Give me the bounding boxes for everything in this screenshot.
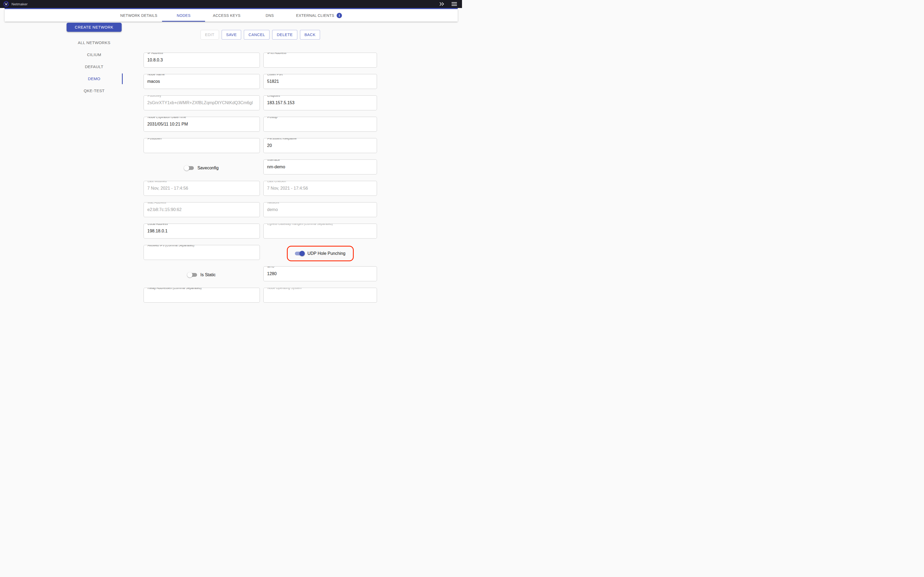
last-modified-field: Last Modified 7 Nov, 2021 - 17:4:56 — [144, 181, 260, 196]
selected-network-indicator — [122, 73, 123, 84]
create-network-button[interactable]: CREATE NETWORK — [66, 23, 122, 32]
save-button[interactable]: SAVE — [221, 30, 241, 40]
node-expiration-value: 2031/05/11 10:21 PM — [147, 122, 188, 127]
tab-bar: NETWORK DETAILS NODES ACCESS KEYS DNS EX… — [5, 9, 458, 22]
network-label: Network — [266, 202, 281, 205]
interface-field[interactable]: Interface nm-demo — [263, 160, 377, 174]
local-address-value: 198.18.0.1 — [147, 229, 168, 234]
sidebar-item-demo[interactable]: DEMO — [66, 73, 123, 85]
switch-thumb — [184, 165, 189, 171]
sidebar-item-cilium-label: CILIUM — [87, 52, 101, 57]
publickey-value: 2sGnrXTY1xb+cWMR+ZXfBLZqmpDtYCNtKdQ3Cm6g… — [147, 100, 253, 105]
mtu-field[interactable]: MTU 1280 — [263, 266, 377, 281]
delete-button[interactable]: DELETE — [272, 30, 297, 40]
node-name-field[interactable]: Node Name macos — [144, 74, 260, 89]
network-sidebar: CREATE NETWORK ALL NETWORKS CILIUM DEFAU… — [66, 23, 123, 97]
listen-port-field[interactable]: Listen Port 51821 — [263, 74, 377, 89]
sidebar-item-all-networks[interactable]: ALL NETWORKS — [66, 37, 123, 48]
network-field: Network demo — [263, 202, 377, 217]
sidebar-item-default[interactable]: DEFAULT — [66, 61, 123, 73]
udp-hole-punching-highlight: UDP Hole Punching — [287, 246, 354, 261]
ip-address-field[interactable]: IP Address 10.8.0.3 — [144, 53, 260, 68]
endpoint-field[interactable]: Endpoint 183.157.5.153 — [263, 95, 377, 110]
tab-dns[interactable]: DNS — [248, 9, 291, 22]
app-bar: Netmaker — [0, 0, 462, 8]
sidebar-item-qke-test-label: QKE-TEST — [84, 89, 105, 93]
persistent-keepalive-label: Persistent Keepalive — [266, 138, 298, 140]
node-name-label: Node Name — [146, 74, 166, 76]
sidebar-item-cilium[interactable]: CILIUM — [66, 48, 123, 61]
is-static-switch[interactable] — [188, 272, 197, 277]
back-button[interactable]: BACK — [300, 30, 320, 40]
sidebar-item-qke-test[interactable]: QKE-TEST — [66, 85, 123, 97]
node-action-buttons: EDIT SAVE CANCEL DELETE BACK — [144, 30, 377, 40]
publickey-label: Publickey — [146, 95, 163, 97]
last-checkin-label: Last Checkin — [266, 181, 287, 183]
is-static-label: Is Static — [200, 272, 216, 277]
mac-address-field: Mac Address e2:b8:7c:15:90:62 — [144, 202, 260, 217]
sidebar-item-demo-label: DEMO — [88, 76, 100, 81]
udp-hole-punching-switch[interactable] — [295, 251, 304, 256]
interface-value: nm-demo — [267, 164, 285, 169]
sidebar-item-all-networks-label: ALL NETWORKS — [78, 40, 110, 45]
local-address-label: Local Address — [146, 224, 169, 226]
saveconfig-label: Saveconfig — [197, 166, 218, 171]
udp-hole-punching-cell: UDP Hole Punching — [263, 243, 377, 264]
ipv6-address-field[interactable]: IPv6 Address — [263, 53, 377, 68]
tab-network-details[interactable]: NETWORK DETAILS — [115, 9, 162, 22]
tab-nodes[interactable]: NODES — [162, 9, 205, 22]
postup-label: Postup — [266, 117, 279, 119]
double-chevron-right-icon[interactable] — [439, 1, 445, 7]
postup-field[interactable]: Postup — [263, 117, 377, 132]
tab-access-keys-label: ACCESS KEYS — [213, 13, 241, 18]
switch-thumb — [299, 251, 305, 256]
local-address-field[interactable]: Local Address 198.18.0.1 — [144, 224, 260, 239]
interface-label: Interface — [266, 160, 281, 162]
endpoint-label: Endpoint — [266, 95, 281, 97]
last-modified-value: 7 Nov, 2021 - 17:4:56 — [147, 186, 188, 191]
mac-address-value: e2:b8:7c:15:90:62 — [147, 207, 181, 212]
tab-access-keys[interactable]: ACCESS KEYS — [205, 9, 248, 22]
saveconfig-toggle-cell: Saveconfig — [144, 157, 260, 179]
app-title: Netmaker — [11, 2, 27, 6]
allowed-ips-field[interactable]: Allowed IPs (Comma Separated) — [144, 245, 260, 260]
ip-address-value: 10.8.0.3 — [147, 58, 163, 63]
cancel-button[interactable]: CANCEL — [244, 30, 270, 40]
postdown-field[interactable]: Postdown — [144, 138, 260, 153]
postdown-label: Postdown — [146, 138, 163, 140]
app-bar-actions — [439, 1, 459, 7]
tab-dns-label: DNS — [266, 13, 274, 18]
tab-external-clients-label: EXTERNAL CLIENTS — [296, 13, 334, 18]
listen-port-label: Listen Port — [266, 74, 284, 76]
last-checkin-field: Last Checkin 7 Nov, 2021 - 17:4:56 — [263, 181, 377, 196]
egress-gateway-ranges-label: Egress Gateway Ranges (Comma Separated) — [266, 224, 334, 226]
mtu-label: MTU — [266, 266, 276, 269]
saveconfig-switch[interactable] — [185, 165, 194, 171]
relay-addresses-field[interactable]: Relay Addresses (Comma Separated) — [144, 288, 260, 288]
publickey-field: Publickey 2sGnrXTY1xb+cWMR+ZXfBLZqmpDtYC… — [144, 95, 260, 110]
node-operating-system-label: Node Operating System — [266, 288, 303, 288]
node-details-form: IP Address 10.8.0.3 IPv6 Address Node Na… — [144, 50, 377, 288]
accent-strip — [5, 8, 458, 9]
egress-gateway-ranges-field: Egress Gateway Ranges (Comma Separated) — [263, 224, 377, 239]
persistent-keepalive-field[interactable]: Persistent Keepalive 20 — [263, 138, 377, 153]
switch-thumb — [187, 272, 192, 277]
node-name-value: macos — [147, 79, 160, 84]
last-checkin-value: 7 Nov, 2021 - 17:4:56 — [267, 186, 308, 191]
edit-button: EDIT — [200, 30, 219, 40]
persistent-keepalive-value: 20 — [267, 143, 272, 148]
allowed-ips-label: Allowed IPs (Comma Separated) — [146, 245, 196, 247]
tab-external-clients[interactable]: EXTERNAL CLIENTS i — [291, 9, 347, 22]
udp-hole-punching-label: UDP Hole Punching — [307, 251, 346, 256]
node-operating-system-field: Node Operating System — [263, 288, 377, 288]
relay-addresses-label: Relay Addresses (Comma Separated) — [146, 288, 203, 288]
hamburger-menu-icon[interactable] — [451, 1, 457, 7]
tab-nodes-label: NODES — [177, 13, 191, 18]
is-static-toggle-cell: Is Static — [144, 264, 260, 285]
sidebar-item-default-label: DEFAULT — [85, 64, 103, 69]
listen-port-value: 51821 — [267, 79, 279, 84]
info-icon[interactable]: i — [337, 13, 342, 18]
node-expiration-field[interactable]: Node Expiration Date/Time 2031/05/11 10:… — [144, 117, 260, 132]
endpoint-value: 183.157.5.153 — [267, 100, 294, 105]
tab-network-details-label: NETWORK DETAILS — [120, 13, 157, 18]
